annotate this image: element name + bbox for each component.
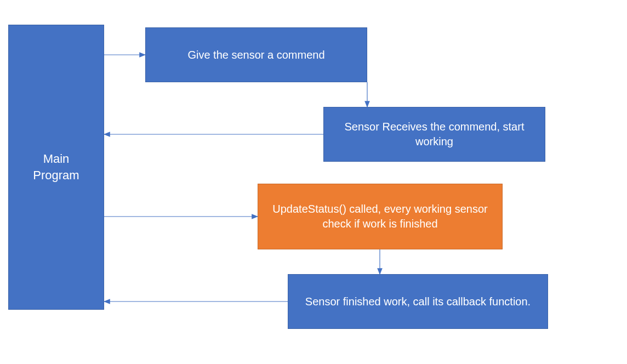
update-status-box: UpdateStatus() called, every working sen… xyxy=(258,184,503,249)
sensor-finished-label: Sensor finished work, call its callback … xyxy=(305,294,531,309)
give-command-label: Give the sensor a commend xyxy=(187,48,324,62)
give-command-box: Give the sensor a commend xyxy=(145,27,367,82)
sensor-finished-box: Sensor finished work, call its callback … xyxy=(288,274,548,329)
update-status-label: UpdateStatus() called, every working sen… xyxy=(268,202,492,231)
main-program-label: MainProgram xyxy=(33,151,79,183)
sensor-receives-box: Sensor Receives the commend, start worki… xyxy=(323,107,545,162)
main-program-box: MainProgram xyxy=(8,25,104,310)
sensor-receives-label: Sensor Receives the commend, start worki… xyxy=(334,120,535,149)
